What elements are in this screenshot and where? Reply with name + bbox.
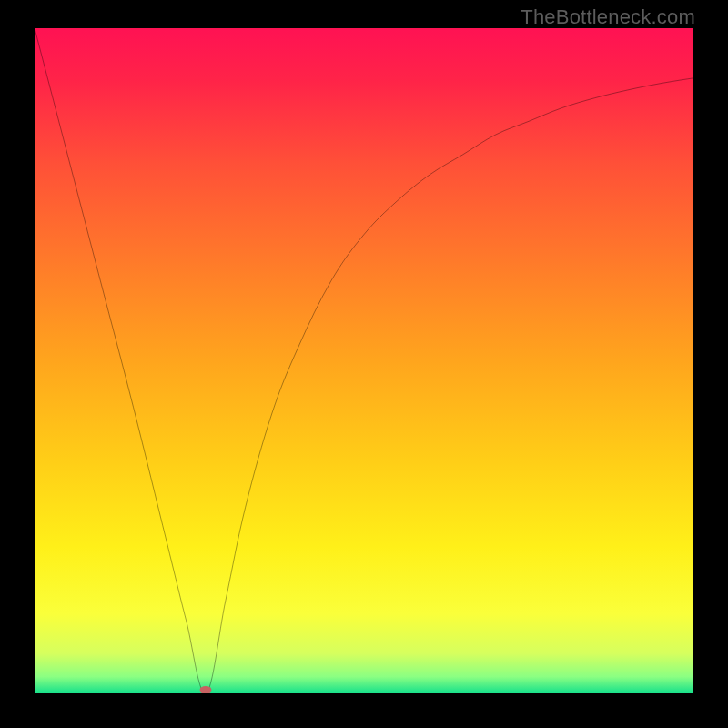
- chart-canvas: TheBottleneck.com: [0, 0, 728, 728]
- minimum-marker: [200, 686, 212, 693]
- plot-area: [35, 28, 693, 693]
- watermark-text: TheBottleneck.com: [521, 5, 695, 29]
- bottleneck-curve: [35, 28, 693, 693]
- curve-layer: [35, 28, 693, 693]
